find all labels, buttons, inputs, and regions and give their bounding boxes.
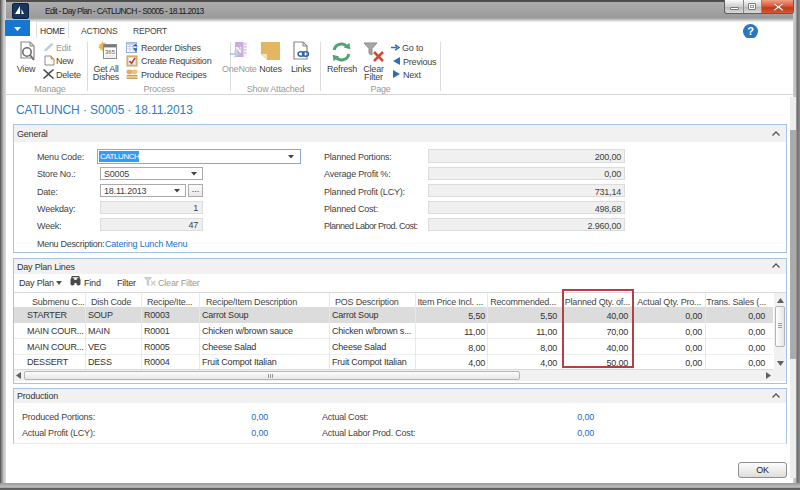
svg-text:365: 365 <box>105 49 116 55</box>
